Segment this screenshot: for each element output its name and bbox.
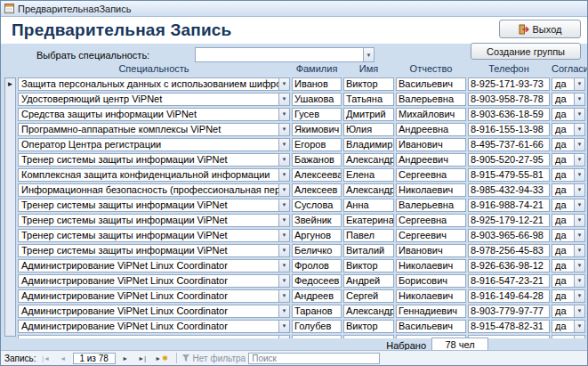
combo-arrow-icon[interactable]: ▼ — [363, 48, 374, 61]
consent-combo[interactable]: да▼ — [552, 108, 585, 121]
combo-arrow-icon[interactable]: ▼ — [574, 139, 584, 150]
combo-arrow-icon[interactable]: ▼ — [574, 260, 584, 272]
patronymic-cell[interactable]: Валерьевна — [396, 199, 466, 212]
name-cell[interactable]: Анна — [343, 199, 394, 212]
phone-cell[interactable]: 8-925-179-12-21 — [468, 214, 550, 227]
surname-cell[interactable]: Алексеев — [292, 183, 342, 197]
surname-cell[interactable]: Якимович — [292, 123, 342, 136]
next-record-button[interactable]: ► — [118, 353, 133, 364]
phone-cell[interactable]: 8-985-432-94-33 — [468, 183, 550, 197]
combo-arrow-icon[interactable]: ▼ — [278, 290, 289, 302]
name-cell[interactable] — [343, 335, 394, 338]
surname-cell[interactable]: Голубев — [292, 320, 342, 333]
phone-cell[interactable]: 8-903-965-66-98 — [468, 229, 550, 242]
name-cell[interactable]: Юлия — [343, 123, 394, 136]
consent-combo[interactable]: да▼ — [552, 153, 585, 167]
previous-record-button[interactable]: ◄ — [56, 353, 70, 364]
combo-arrow-icon[interactable]: ▼ — [574, 109, 584, 120]
combo-arrow-icon[interactable]: ▼ — [574, 230, 584, 241]
name-cell[interactable]: Екатерина — [343, 214, 394, 227]
combo-arrow-icon[interactable]: ▼ — [278, 109, 289, 120]
patronymic-cell[interactable]: Андреевна — [396, 123, 466, 136]
specialty-combo[interactable]: Программно-аппаратные комплексы ViPNet▼ — [18, 123, 290, 136]
phone-cell[interactable]: 8-916-988-74-21 — [468, 199, 550, 212]
patronymic-cell[interactable]: Иванович — [396, 138, 466, 151]
phone-cell[interactable]: 8-903-958-78-78 — [468, 93, 550, 106]
surname-cell[interactable]: Федосеев — [292, 274, 342, 288]
combo-arrow-icon[interactable]: ▼ — [278, 321, 289, 332]
surname-cell[interactable]: Иванов — [292, 77, 342, 91]
surname-cell[interactable]: Алексеева — [292, 168, 342, 182]
surname-cell[interactable]: Аргунов — [292, 229, 342, 242]
combo-arrow-icon[interactable]: ▼ — [278, 154, 289, 166]
name-cell[interactable]: Владимир — [343, 138, 394, 151]
phone-cell[interactable]: 8-915-478-82-31 — [468, 320, 550, 333]
combo-arrow-icon[interactable]: ▼ — [278, 169, 289, 181]
combo-arrow-icon[interactable]: ▼ — [574, 305, 584, 317]
patronymic-cell[interactable]: Сергеевна — [396, 168, 466, 182]
consent-combo[interactable]: да▼ — [552, 168, 585, 182]
surname-cell[interactable]: Бажанов — [292, 153, 342, 167]
combo-arrow-icon[interactable]: ▼ — [574, 199, 584, 211]
name-cell[interactable]: Татьяна — [343, 93, 394, 106]
specialty-combo[interactable]: Тренер системы защиты информации ViPNet▼ — [18, 153, 290, 167]
consent-combo[interactable]: да▼ — [552, 183, 585, 197]
combo-arrow-icon[interactable]: ▼ — [278, 78, 289, 90]
consent-combo[interactable]: да▼ — [552, 274, 585, 288]
patronymic-cell[interactable]: Николаевич — [396, 289, 466, 303]
combo-arrow-icon[interactable]: ▼ — [574, 94, 584, 105]
specialty-combo[interactable]: Информационная безопасность (профессиона… — [18, 183, 290, 197]
combo-arrow-icon[interactable]: ▼ — [574, 336, 584, 338]
consent-combo[interactable]: да▼ — [552, 138, 585, 151]
patronymic-cell[interactable]: Валерьевна — [396, 93, 466, 106]
name-cell[interactable]: Александр — [343, 153, 394, 167]
combo-arrow-icon[interactable]: ▼ — [278, 215, 289, 226]
specialty-combo[interactable]: Тренер системы защиты информации ViPNet▼ — [18, 229, 290, 242]
specialty-combo[interactable]: Администрирование ViPNet Linux Coordinat… — [18, 274, 290, 288]
consent-combo[interactable]: да▼ — [552, 123, 585, 136]
combo-arrow-icon[interactable]: ▼ — [574, 78, 584, 90]
first-record-button[interactable]: |◄ — [39, 353, 53, 364]
patronymic-cell[interactable]: Борисович — [396, 274, 466, 288]
combo-arrow-icon[interactable]: ▼ — [574, 124, 584, 135]
combo-arrow-icon[interactable]: ▼ — [278, 124, 289, 135]
combo-arrow-icon[interactable]: ▼ — [278, 94, 289, 105]
patronymic-cell[interactable]: Сергеевич — [396, 229, 466, 242]
consent-combo[interactable]: да▼ — [552, 229, 585, 242]
phone-cell[interactable]: 8-916-155-13-98 — [468, 123, 550, 136]
create-group-button[interactable]: Создание группы — [471, 43, 581, 60]
specialty-filter-combo[interactable]: ▼ — [195, 47, 375, 62]
consent-combo[interactable]: да▼ — [552, 77, 585, 91]
specialty-combo[interactable]: Тренер системы защиты информации ViPNet▼ — [18, 199, 290, 212]
patronymic-cell[interactable]: Михайлович — [396, 108, 466, 121]
name-cell[interactable]: Андрей — [343, 274, 394, 288]
name-cell[interactable]: Елена — [343, 168, 394, 182]
specialty-combo[interactable]: Защита персональных данных с использован… — [18, 77, 290, 91]
combo-arrow-icon[interactable]: ▼ — [574, 154, 584, 166]
surname-cell[interactable]: Андреев — [292, 289, 342, 303]
filter-status-button[interactable]: Нет фильтра — [181, 354, 246, 363]
specialty-combo[interactable]: ▼ — [18, 335, 290, 338]
combo-arrow-icon[interactable]: ▼ — [278, 305, 289, 317]
specialty-combo[interactable]: Администрирование ViPNet Linux Coordinat… — [18, 289, 290, 303]
consent-combo[interactable]: да▼ — [552, 199, 585, 212]
name-cell[interactable]: Виктор — [343, 259, 394, 272]
specialty-combo[interactable]: Администрирование ViPNet Linux Coordinat… — [18, 305, 290, 318]
name-cell[interactable]: Александр — [343, 183, 394, 197]
last-record-button[interactable]: ►| — [135, 353, 149, 364]
record-position-box[interactable]: 1 из 78 — [73, 353, 116, 364]
consent-combo[interactable]: да▼ — [552, 214, 585, 227]
patronymic-cell[interactable]: Васильевич — [396, 320, 466, 333]
new-record-button[interactable]: ► ✱ — [152, 353, 172, 364]
window-titlebar[interactable]: ПредварительнаяЗапись — [1, 1, 587, 17]
surname-cell[interactable]: Суслова — [292, 199, 342, 212]
specialty-combo[interactable]: Администрирование ViPNet Linux Coordinat… — [18, 320, 290, 333]
patronymic-cell[interactable]: Николаевич — [396, 259, 466, 272]
combo-arrow-icon[interactable]: ▼ — [278, 260, 289, 272]
phone-cell[interactable]: 8-903-636-18-59 — [468, 108, 550, 121]
patronymic-cell[interactable]: Иванович — [396, 244, 466, 257]
combo-arrow-icon[interactable]: ▼ — [574, 245, 584, 256]
phone-cell[interactable]: 8-905-520-27-95 — [468, 153, 550, 167]
combo-arrow-icon[interactable]: ▼ — [278, 230, 289, 241]
surname-cell[interactable]: Таранов — [292, 305, 342, 318]
